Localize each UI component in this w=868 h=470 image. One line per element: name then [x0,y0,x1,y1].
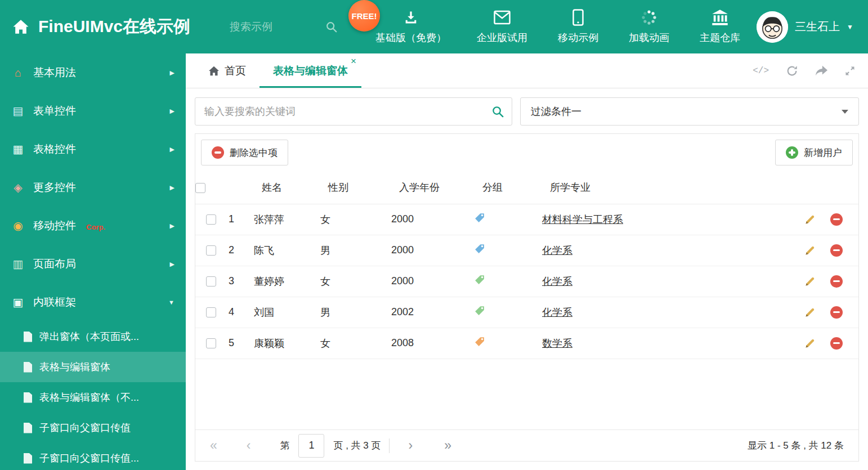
header-search-input[interactable] [230,21,303,33]
sidebar-item-page-layout[interactable]: ▥ 页面布局 ▶ [0,245,186,283]
major-link[interactable]: 化学系 [542,307,572,318]
download-icon [402,9,419,26]
sidebar-subitem-child-to-parent-2[interactable]: 子窗口向父窗口传值... [0,443,186,470]
file-icon [24,332,32,342]
plus-circle-icon [786,146,798,159]
major-link[interactable]: 材料科学与工程系 [542,214,623,225]
source-code-icon[interactable]: </> [753,66,769,76]
bank-icon [712,9,728,26]
table-row: 2 陈飞 男 2000 化学系 [195,235,858,266]
row-checkbox[interactable] [206,338,216,348]
file-icon [24,453,32,464]
home-icon: ⌂ [11,66,25,79]
search-icon[interactable] [325,21,338,33]
edit-button[interactable] [804,276,816,287]
user-menu[interactable]: 三生石上 ▼ [757,11,868,43]
major-link[interactable]: 数学系 [542,338,572,349]
col-name: 姓名 [252,171,318,204]
tab-bar: 首页 表格与编辑窗体 × </> [186,53,868,88]
search-icon[interactable] [491,105,504,120]
delete-row-button[interactable] [830,275,843,288]
delete-row-button[interactable] [830,244,843,257]
nav-item-enterprise-trial[interactable]: 企业版试用 [477,9,527,44]
filter-dropdown[interactable]: 过滤条件一 [520,97,859,126]
sidebar-subitem-grid-edit-window[interactable]: 表格与编辑窗体 [0,352,186,382]
expand-icon[interactable] [844,65,856,77]
row-checkbox[interactable] [206,245,216,256]
edit-button[interactable] [804,214,816,225]
free-badge: FREE! [348,0,380,32]
form-icon: ▤ [11,104,25,118]
row-number: 4 [226,297,252,328]
tab-home[interactable]: 首页 [195,53,259,88]
keyword-search-input[interactable] [195,97,512,126]
delete-row-button[interactable] [830,306,843,319]
row-checkbox[interactable] [206,214,216,225]
sidebar-item-grid-controls[interactable]: ▦ 表格控件 ▶ [0,130,186,168]
last-page-button[interactable]: » [444,439,451,452]
tab-grid-edit-window[interactable]: 表格与编辑窗体 × [259,53,361,88]
edit-button[interactable] [804,245,816,256]
corp-tag: Corp. [86,223,105,231]
nav-item-basic-edition[interactable]: FREE! 基础版（免费） [375,9,446,44]
major-link[interactable]: 化学系 [542,276,572,287]
delete-row-button[interactable] [830,213,843,226]
chevron-right-icon: ▶ [170,184,175,191]
major-link[interactable]: 化学系 [542,245,572,256]
header-nav: FREE! 基础版（免费） 企业版试用 移动示例 [359,9,757,44]
cell-gender: 女 [318,328,389,359]
row-checkbox[interactable] [206,276,216,287]
chevron-down-icon: ▼ [168,299,175,306]
table-header-row: 姓名 性别 入学年份 分组 所学专业 [195,171,858,204]
row-number: 5 [226,328,252,359]
col-group: 分组 [472,171,540,204]
edit-button[interactable] [804,307,816,318]
chevron-right-icon: ▶ [170,146,175,153]
col-number [226,171,252,204]
filter-row: 过滤条件一 [195,97,859,126]
delete-selected-button[interactable]: 删除选中项 [201,140,288,165]
chevron-right-icon: ▶ [170,222,175,230]
nav-item-loading-animation[interactable]: 加载动画 [629,9,669,44]
select-all-checkbox[interactable] [195,183,205,193]
nav-item-mobile-demo[interactable]: 移动示例 [558,9,598,44]
first-page-button[interactable]: « [210,439,217,452]
sidebar-subitem-grid-edit-window-2[interactable]: 表格与编辑窗体（不... [0,382,186,413]
minus-circle-icon [212,146,224,159]
col-year: 入学年份 [389,171,472,204]
sidebar-item-form-controls[interactable]: ▤ 表单控件 ▶ [0,92,186,130]
row-number: 1 [226,204,252,235]
sidebar-item-more-controls[interactable]: ◈ 更多控件 ▶ [0,168,186,207]
table-row: 5 康颖颖 女 2008 数学系 [195,328,858,359]
row-checkbox[interactable] [206,307,216,317]
pagination-bar: « ‹ 第 页 , 共 3 页 › » 显示 1 - 5 条 , 共 12 条 [195,429,858,461]
page-number-input[interactable] [298,434,324,458]
tag-icon [475,244,485,254]
add-user-button[interactable]: 新增用户 [775,140,853,165]
table-row: 3 董婷婷 女 2000 化学系 [195,266,858,297]
edit-button[interactable] [804,338,816,349]
prev-page-button[interactable]: ‹ [247,439,251,452]
share-icon[interactable] [815,65,827,77]
page-content: 过滤条件一 删除选中项 新增用户 [186,88,868,470]
caret-down-icon: ▼ [847,23,853,31]
tag-icon [475,337,485,347]
divider [389,438,390,453]
home-icon [12,19,29,34]
sidebar-item-mobile-controls[interactable]: ◉ 移动控件 Corp. ▶ [0,207,186,245]
refresh-icon[interactable] [786,65,798,77]
app-logo[interactable]: FineUIMvc在线示例 [0,15,230,38]
file-icon [24,392,32,403]
close-icon[interactable]: × [351,56,356,66]
page-label-suffix: 页 , 共 3 页 [333,439,381,452]
sidebar-subitem-child-to-parent[interactable]: 子窗口向父窗口传值 [0,413,186,443]
sidebar-item-basic-usage[interactable]: ⌂ 基本用法 ▶ [0,53,186,92]
sidebar-subitem-popup-window[interactable]: 弹出窗体（本页面或... [0,321,186,352]
sidebar-item-inline-frame[interactable]: ▣ 内联框架 ▼ [0,283,186,321]
nav-item-theme-repo[interactable]: 主题仓库 [700,9,740,44]
col-gender: 性别 [318,171,389,204]
delete-row-button[interactable] [830,337,843,350]
cell-name: 董婷婷 [252,266,318,297]
file-icon [24,423,32,433]
next-page-button[interactable]: › [409,439,413,452]
